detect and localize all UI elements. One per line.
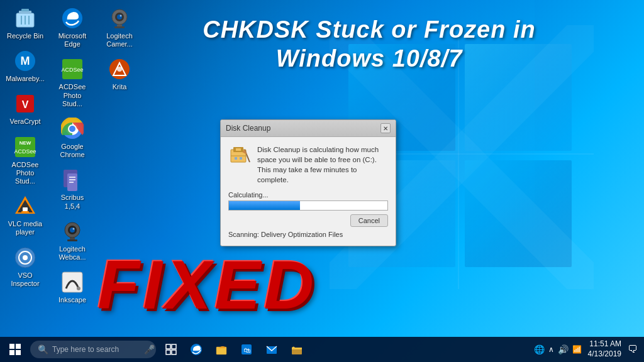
tray-network-icon[interactable]: 🌐 (534, 344, 545, 354)
svg-rect-61 (240, 157, 242, 160)
svg-rect-67 (166, 344, 170, 349)
progress-bar-fill (229, 201, 300, 210)
svg-rect-23 (23, 207, 28, 211)
notification-center-icon[interactable]: 🗨 (628, 344, 638, 355)
acdsee-label: ACDSee Photo Stud... (6, 161, 45, 186)
veracrypt-icon: V (13, 91, 38, 116)
dialog-message: Disk Cleanup is calculating how much spa… (257, 145, 388, 185)
svg-point-27 (23, 255, 28, 260)
cancel-button[interactable]: Cancel (350, 214, 388, 227)
svg-point-34 (69, 126, 75, 132)
article-title-line1: CHKDSK Stuck or Frozen in (101, 16, 638, 45)
taskbar-explorer-icon[interactable] (209, 337, 234, 362)
svg-rect-60 (235, 157, 237, 160)
acdsee-icon: NEW ACDSee (13, 134, 38, 160)
disk-cleanup-dialog: Disk Cleanup ✕ (220, 119, 396, 246)
vso-label: VSO Inspector (6, 272, 45, 288)
scanning-label: Scanning: (228, 231, 259, 238)
desktop-icon-acdsee[interactable]: NEW ACDSee ACDSee Photo Stud... (3, 132, 47, 189)
svg-rect-58 (236, 148, 241, 151)
taskbar-search-icon: 🔍 (38, 344, 48, 354)
svg-text:NEW: NEW (19, 140, 31, 146)
vlc-icon (13, 194, 38, 219)
taskbar-microphone-icon[interactable]: 🎤 (144, 344, 155, 354)
recycle-bin-icon (13, 6, 38, 31)
title-overlay: CHKDSK Stuck or Frozen in Windows 10/8/7 (101, 16, 638, 73)
task-view-button[interactable] (158, 337, 184, 362)
svg-text:🛍: 🛍 (243, 346, 251, 354)
taskbar-right: 🌐 ∧ 🔊 📶 11:51 AM 4/13/2019 🗨 (534, 339, 644, 359)
acdsee2-label: ACDSee Photo Stud... (53, 83, 92, 108)
system-tray: 🌐 ∧ 🔊 📶 (534, 344, 582, 354)
inkscape-icon (60, 270, 85, 295)
malwarebytes-label: Malwareby... (6, 75, 45, 83)
svg-rect-10 (21, 9, 29, 11)
svg-rect-24 (21, 211, 29, 213)
inkscape-label: Inkscape (58, 296, 86, 304)
fixed-text: FIXED (97, 244, 317, 324)
svg-text:ACDSee: ACDSee (61, 67, 83, 73)
chrome-label: Google Chrome (53, 143, 92, 159)
tray-wifi-icon[interactable]: 📶 (572, 345, 582, 354)
desktop-icon-inkscape[interactable]: Inkscape (50, 267, 94, 307)
svg-text:V: V (22, 99, 29, 110)
taskbar-folder-icon[interactable] (284, 337, 309, 362)
vso-icon (13, 245, 38, 270)
svg-rect-70 (172, 350, 176, 354)
taskbar-store-icon[interactable]: 🛍 (234, 337, 259, 362)
dialog-title: Disk Cleanup (226, 124, 270, 133)
vlc-label: VLC media player (6, 220, 45, 236)
taskbar-edge-icon[interactable] (184, 337, 209, 362)
recycle-bin-label: Recycle Bin (7, 32, 43, 40)
desktop-icon-vlc[interactable]: VLC media player (3, 191, 47, 239)
dialog-close-button[interactable]: ✕ (380, 123, 391, 133)
logitech-webcam-icon (60, 219, 85, 244)
tray-chevron-icon[interactable]: ∧ (548, 345, 554, 354)
svg-text:ACDSee: ACDSee (14, 148, 36, 155)
taskbar-search-input[interactable] (52, 345, 140, 354)
svg-rect-63 (9, 344, 14, 349)
clock-date: 4/13/2019 (588, 349, 621, 359)
veracrypt-label: VeraCrypt (10, 118, 41, 126)
desktop-icon-edge[interactable]: Microsoft Edge (50, 3, 94, 51)
svg-rect-64 (16, 344, 21, 349)
taskbar-mail-icon[interactable] (259, 337, 284, 362)
scanning-value: Delivery Optimization Files (261, 231, 343, 238)
article-title-line2: Windows 10/8/7 (101, 45, 638, 74)
desktop-icon-acdsee2[interactable]: ACDSee ACDSee Photo Stud... (50, 54, 94, 111)
taskbar: 🔍 🎤 (0, 337, 644, 362)
scribus-label: Scribus 1,5,4 (53, 194, 92, 210)
progress-section: Calculating... Cancel Scanning: Delivery… (228, 191, 388, 238)
taskbar-search-bar[interactable]: 🔍 🎤 (30, 341, 156, 358)
krita-label: Krita (113, 83, 127, 91)
disk-cleanup-icon (228, 145, 251, 172)
chrome-icon (60, 116, 85, 141)
desktop-icon-veracrypt[interactable]: V VeraCrypt (3, 89, 47, 128)
tray-speaker-icon[interactable]: 🔊 (558, 344, 569, 354)
desktop: Recycle Bin M Malwareby... V VeraCrypt (0, 0, 644, 362)
svg-rect-68 (172, 344, 176, 349)
svg-point-43 (73, 228, 75, 229)
start-button[interactable] (0, 337, 30, 362)
desktop-icon-recycle-bin[interactable]: Recycle Bin (3, 3, 47, 43)
malwarebytes-icon: M (13, 48, 38, 74)
svg-text:M: M (21, 55, 30, 67)
clock-time: 11:51 AM (588, 339, 621, 349)
desktop-icon-malwarebytes[interactable]: M Malwareby... (3, 46, 47, 85)
edge-label: Microsoft Edge (53, 32, 92, 48)
dialog-buttons: Cancel (228, 214, 388, 227)
logitech-webcam-label: Logitech Webca... (53, 245, 92, 261)
desktop-icon-scribus[interactable]: Scribus 1,5,4 (50, 165, 94, 212)
desktop-icon-logitech-web[interactable]: Logitech Webca... (50, 216, 94, 264)
progress-label: Calculating... (228, 191, 388, 199)
svg-point-47 (77, 287, 80, 290)
desktop-icon-chrome[interactable]: Google Chrome (50, 114, 94, 162)
svg-rect-66 (16, 350, 21, 355)
svg-rect-69 (166, 350, 170, 354)
system-clock[interactable]: 11:51 AM 4/13/2019 (586, 339, 624, 359)
dialog-titlebar: Disk Cleanup ✕ (221, 120, 396, 137)
desktop-icon-vso[interactable]: VSO Inspector (3, 243, 47, 290)
progress-bar-container (228, 200, 388, 211)
dialog-content-row: Disk Cleanup is calculating how much spa… (228, 145, 388, 185)
svg-rect-45 (67, 239, 77, 241)
